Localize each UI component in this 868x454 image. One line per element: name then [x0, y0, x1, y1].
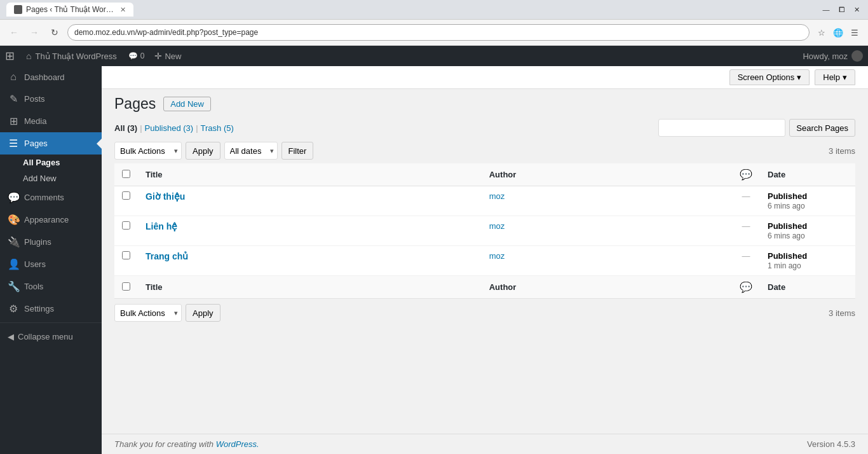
comments-footer-header[interactable]: 💬	[732, 276, 760, 299]
howdy-text: Howdy, moz	[803, 52, 848, 61]
topbar-site-name: Thủ Thuật WordPress	[35, 52, 116, 61]
title-cell-1: Giờ thiệu	[138, 186, 482, 216]
topbar-new-label: New	[165, 52, 181, 61]
page-title-link-2[interactable]: Liên hệ	[146, 221, 177, 231]
forward-button[interactable]: →	[27, 25, 42, 40]
topbar-site-link[interactable]: ⌂ Thủ Thuật WordPress	[20, 51, 123, 61]
wp-body: ⌂ Dashboard ✎ Posts ⊞ Media ☰ Pages All …	[0, 66, 868, 454]
apply-button-bottom[interactable]: Apply	[186, 304, 220, 322]
author-link-2[interactable]: moz	[489, 221, 505, 231]
select-all-checkbox-bottom[interactable]	[122, 282, 130, 291]
title-footer-header[interactable]: Title	[138, 276, 482, 299]
row-checkbox-cell-2	[114, 216, 138, 246]
bottom-toolbar: Bulk Actions Apply 3 items	[114, 304, 855, 322]
comments-cell-3: —	[732, 246, 760, 276]
select-all-checkbox[interactable]	[122, 170, 130, 178]
collapse-menu-button[interactable]: ◀ Collapse menu	[0, 326, 102, 348]
tab-close-button[interactable]: ✕	[120, 6, 126, 14]
filter-trash-link[interactable]: Trash (5)	[201, 123, 234, 133]
date-status-3: Published	[768, 251, 807, 261]
date-time-3: 1 min ago	[768, 261, 801, 270]
help-button[interactable]: Help ▾	[815, 69, 855, 85]
pages-icon: ☰	[8, 137, 19, 149]
page-title-link-3[interactable]: Trang chủ	[146, 251, 188, 261]
filter-button[interactable]: Filter	[281, 142, 314, 160]
date-column-header[interactable]: Date	[760, 163, 855, 186]
sidebar-item-pages[interactable]: ☰ Pages	[0, 132, 102, 155]
wp-topbar: ⊞ ⌂ Thủ Thuật WordPress 💬 0 ✛ New Howdy,…	[0, 46, 868, 66]
footer-text: Thank you for creating with WordPress.	[114, 439, 259, 449]
comments-cell-2: —	[732, 216, 760, 246]
filter-sep-2: |	[196, 123, 198, 133]
sidebar-item-label: Tools	[24, 282, 43, 291]
sidebar-item-plugins[interactable]: 🔌 Plugins	[0, 231, 102, 253]
plus-icon: ✛	[154, 51, 162, 61]
media-icon: ⊞	[8, 115, 19, 127]
address-bar[interactable]: demo.moz.edu.vn/wp-admin/edit.php?post_t…	[67, 24, 810, 41]
filter-all-link[interactable]: All (3)	[114, 123, 137, 133]
dates-select[interactable]: All dates	[224, 142, 278, 160]
row-checkbox-1[interactable]	[122, 191, 130, 200]
title-column-header[interactable]: Title	[138, 163, 482, 186]
tools-icon: 🔧	[8, 280, 19, 292]
sidebar-item-users[interactable]: 👤 Users	[0, 253, 102, 275]
comments-value-2: —	[742, 221, 750, 231]
url-text: demo.moz.edu.vn/wp-admin/edit.php?post_t…	[74, 28, 258, 37]
page-title-link-1[interactable]: Giờ thiệu	[146, 191, 185, 202]
sidebar-item-dashboard[interactable]: ⌂ Dashboard	[0, 66, 102, 88]
sidebar-item-media[interactable]: ⊞ Media	[0, 110, 102, 132]
date-footer-header[interactable]: Date	[760, 276, 855, 299]
wp-admin: ⊞ ⌂ Thủ Thuật WordPress 💬 0 ✛ New Howdy,…	[0, 46, 868, 454]
tab-empty-space	[139, 3, 291, 16]
bookmark-icon[interactable]: ☆	[815, 25, 829, 39]
apply-button-top[interactable]: Apply	[186, 142, 220, 160]
topbar-comments[interactable]: 💬 0	[123, 52, 150, 60]
date-cell-3: Published 1 min ago	[760, 246, 855, 276]
refresh-button[interactable]: ↻	[47, 25, 62, 40]
sidebar-item-appearance[interactable]: 🎨 Appearance	[0, 209, 102, 231]
sidebar-item-posts[interactable]: ✎ Posts	[0, 88, 102, 110]
minimize-button[interactable]: —	[821, 4, 831, 15]
sidebar-item-settings[interactable]: ⚙ Settings	[0, 298, 102, 320]
author-header-label: Author	[489, 170, 517, 179]
maximize-button[interactable]: ⧠	[836, 4, 846, 15]
active-arrow-icon	[97, 139, 102, 149]
topbar-new[interactable]: ✛ New	[149, 51, 186, 61]
comments-column-header[interactable]: 💬	[732, 163, 760, 186]
search-pages-button[interactable]: Search Pages	[789, 119, 855, 137]
browser-tab[interactable]: Pages ‹ Thủ Thuật WordP... ✕	[6, 3, 133, 17]
page-header: Pages Add New	[114, 95, 855, 113]
sidebar-divider	[0, 322, 102, 323]
author-column-header[interactable]: Author	[482, 163, 732, 186]
sidebar-item-tools[interactable]: 🔧 Tools	[0, 275, 102, 298]
browser-titlebar: Pages ‹ Thủ Thuật WordP... ✕ — ⧠ ✕	[0, 0, 868, 19]
row-checkbox-2[interactable]	[122, 221, 130, 230]
footer-wordpress-link[interactable]: WordPress.	[216, 439, 259, 449]
row-checkbox-3[interactable]	[122, 251, 130, 259]
filter-published-link[interactable]: Published (3)	[145, 123, 194, 133]
home-icon: ⌂	[26, 51, 31, 61]
topbar-howdy[interactable]: Howdy, moz	[803, 50, 863, 62]
sidebar-item-label: Dashboard	[24, 72, 65, 82]
sidebar-sub-add-new[interactable]: Add New	[23, 170, 102, 186]
collapse-label: Collapse menu	[18, 332, 73, 341]
bulk-actions-select-bottom[interactable]: Bulk Actions	[114, 304, 182, 322]
browser-actions: ☆ 🌐 ☰	[815, 25, 862, 39]
sidebar-sub-all-pages[interactable]: All Pages	[23, 155, 102, 170]
author-link-1[interactable]: moz	[489, 191, 505, 201]
screen-options-button[interactable]: Screen Options ▾	[729, 69, 810, 85]
search-input[interactable]	[658, 119, 785, 137]
menu-icon[interactable]: ☰	[848, 25, 862, 39]
filter-links: All (3) | Published (3) | Trash (5)	[114, 123, 234, 133]
wp-logo-icon[interactable]: ⊞	[5, 49, 15, 63]
sidebar-item-label: Users	[24, 259, 46, 269]
bulk-actions-select-top[interactable]: Bulk Actions	[114, 142, 182, 160]
title-header-label: Title	[146, 170, 163, 179]
sidebar-item-comments[interactable]: 💬 Comments	[0, 186, 102, 209]
globe-icon[interactable]: 🌐	[831, 25, 845, 39]
add-new-button[interactable]: Add New	[163, 97, 211, 111]
author-link-3[interactable]: moz	[489, 251, 505, 261]
author-footer-header[interactable]: Author	[482, 276, 732, 299]
close-button[interactable]: ✕	[851, 4, 862, 15]
back-button[interactable]: ←	[6, 25, 22, 40]
